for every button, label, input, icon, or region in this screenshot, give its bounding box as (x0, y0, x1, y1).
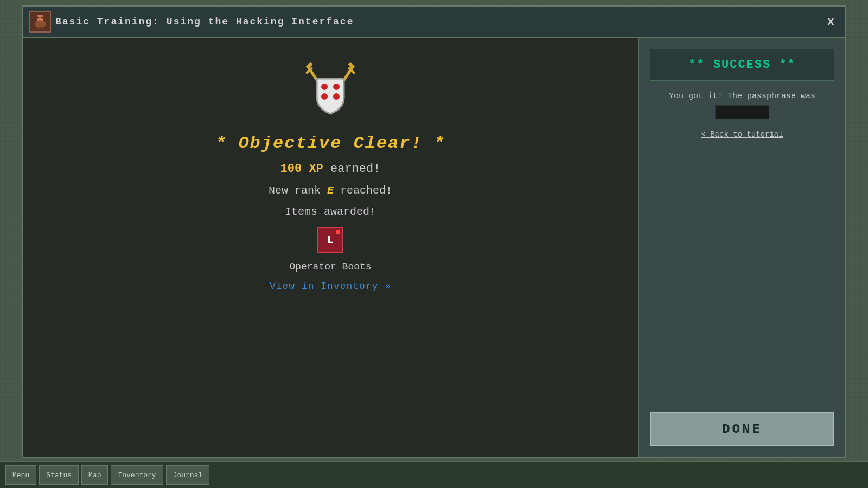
xp-earned-text: 100 XP earned! (280, 162, 381, 176)
done-button[interactable]: DONE (650, 412, 834, 446)
avatar (29, 11, 51, 33)
title-left: Basic Training: Using the Hacking Interf… (29, 11, 354, 33)
left-panel: * Objective Clear! * 100 XP earned! New … (23, 38, 639, 457)
svg-rect-2 (35, 22, 38, 26)
objective-clear-text: * Objective Clear! * (215, 133, 445, 153)
right-panel: ** SUCCESS ** You got it! The passphrase… (639, 38, 845, 457)
xp-amount: 100 XP (280, 162, 323, 176)
passphrase-redacted-value (715, 105, 769, 119)
svg-rect-6 (37, 17, 39, 18)
xp-suffix: earned! (323, 162, 381, 176)
shield-icon (301, 60, 360, 119)
passphrase-container: You got it! The passphrase was (650, 92, 834, 119)
rank-prefix: New rank (269, 184, 327, 197)
svg-point-14 (321, 84, 328, 90)
back-to-tutorial-link[interactable]: < Back to tutorial (650, 130, 834, 139)
item-name-label: Operator Boots (289, 261, 371, 272)
taskbar-map[interactable]: Map (81, 465, 108, 485)
svg-rect-7 (41, 17, 43, 18)
success-banner: ** SUCCESS ** (650, 49, 834, 81)
svg-rect-5 (41, 27, 43, 29)
taskbar-menu[interactable]: Menu (5, 465, 36, 485)
window-title: Basic Training: Using the Hacking Interf… (55, 16, 354, 27)
passphrase-prefix: You got it! The passphrase was (669, 92, 815, 101)
rank-letter: E (327, 184, 334, 197)
rank-suffix: reached! (334, 184, 392, 197)
rank-reached-text: New rank E reached! (269, 184, 392, 197)
item-icon-letter: L (327, 234, 334, 246)
success-text: ** SUCCESS ** (659, 58, 825, 72)
items-awarded-label: Items awarded! (285, 206, 376, 218)
modal-window: Basic Training: Using the Hacking Interf… (22, 5, 846, 458)
svg-point-16 (321, 93, 328, 100)
content-area: * Objective Clear! * 100 XP earned! New … (23, 38, 845, 457)
svg-point-15 (333, 84, 340, 90)
item-equipped-dot (336, 230, 340, 234)
svg-rect-3 (42, 22, 46, 26)
view-inventory-link[interactable]: View in Inventory » (270, 281, 391, 292)
svg-point-17 (333, 93, 340, 100)
svg-rect-4 (37, 27, 40, 29)
bottom-taskbar: Menu Status Map Inventory Journal (0, 461, 868, 488)
title-bar: Basic Training: Using the Hacking Interf… (23, 7, 845, 38)
taskbar-inventory[interactable]: Inventory (111, 465, 163, 485)
close-button[interactable]: X (823, 15, 839, 29)
item-icon-box[interactable]: L (317, 227, 343, 253)
taskbar-status[interactable]: Status (39, 465, 79, 485)
taskbar-journal[interactable]: Journal (166, 465, 210, 485)
